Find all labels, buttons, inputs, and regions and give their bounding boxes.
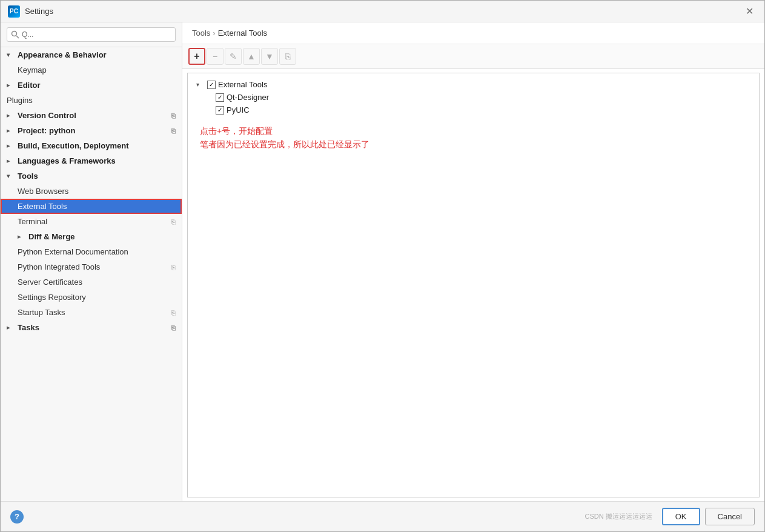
sidebar-item-label: Tasks <box>18 323 39 332</box>
sidebar-item-label: Settings Repository <box>18 293 86 302</box>
sidebar-item-label: Web Browsers <box>18 187 68 196</box>
close-button[interactable]: ✕ <box>742 4 757 18</box>
cancel-button[interactable]: Cancel <box>705 508 755 525</box>
child-checkbox-pyuic[interactable]: ✓ <box>216 106 224 115</box>
breadcrumb-parent: Tools <box>192 28 210 38</box>
ok-button[interactable]: OK <box>662 508 700 525</box>
external-link-icon: ⎘ <box>171 309 176 316</box>
sidebar-item-editor[interactable]: ▸ Editor <box>1 78 182 93</box>
sidebar-item-startup-tasks[interactable]: Startup Tasks ⎘ <box>1 305 182 320</box>
main-content: ▾ Appearance & Behavior Keymap ▸ Editor … <box>1 22 764 501</box>
sidebar-item-label: Languages & Frameworks <box>18 156 116 165</box>
breadcrumb: Tools › External Tools <box>182 22 764 44</box>
breadcrumb-separator: › <box>213 28 215 38</box>
sidebar-item-label: Plugins <box>7 96 33 105</box>
sidebar-item-label: Server Certificates <box>18 278 82 287</box>
chevron-right-icon: ▸ <box>7 112 15 119</box>
sidebar-item-terminal[interactable]: Terminal ⎘ <box>1 214 182 229</box>
sidebar-item-label: External Tools <box>18 202 67 211</box>
chevron-right-icon: ▸ <box>7 127 15 134</box>
sidebar-item-label: Build, Execution, Deployment <box>18 141 128 150</box>
help-button[interactable]: ? <box>10 510 24 524</box>
app-icon: PC <box>8 5 20 18</box>
sidebar-item-label: Python External Documentation <box>18 247 128 256</box>
chevron-right-icon: ▸ <box>7 142 15 149</box>
edit-button[interactable]: ✎ <box>225 48 242 65</box>
dialog-buttons: OK Cancel <box>662 508 755 525</box>
external-link-icon: ⎘ <box>171 324 176 331</box>
sidebar-item-appearance-behavior[interactable]: ▾ Appearance & Behavior <box>1 47 182 62</box>
sidebar-item-plugins[interactable]: Plugins <box>1 93 182 108</box>
sidebar-item-label: Project: python <box>18 126 75 135</box>
sidebar-item-label: Appearance & Behavior <box>18 50 107 59</box>
external-link-icon: ⎘ <box>171 264 176 271</box>
sidebar-item-version-control[interactable]: ▸ Version Control ⎘ <box>1 108 182 123</box>
annotation-line1: 点击+号，开始配置 <box>200 126 747 137</box>
external-link-icon: ⎘ <box>171 112 176 119</box>
sidebar-item-label: Tools <box>18 171 38 181</box>
move-up-button[interactable]: ▲ <box>243 48 260 65</box>
title-bar-left: PC Settings <box>8 5 53 18</box>
title-bar: PC Settings ✕ <box>1 1 764 22</box>
sidebar-item-web-browsers[interactable]: Web Browsers <box>1 184 182 199</box>
chevron-right-icon: ▸ <box>7 158 15 164</box>
child-checkbox-qt[interactable]: ✓ <box>216 93 224 102</box>
toolbar: + − ✎ ▲ ▼ ⎘ <box>182 44 764 69</box>
chevron-right-icon: ▸ <box>7 324 15 331</box>
add-button[interactable]: + <box>188 48 205 65</box>
watermark-text: CSDN 搬运运运运运运 <box>585 512 652 521</box>
sidebar-item-languages-frameworks[interactable]: ▸ Languages & Frameworks <box>1 153 182 168</box>
annotation-line2: 笔者因为已经设置完成，所以此处已经显示了 <box>200 139 747 150</box>
external-link-icon: ⎘ <box>171 127 176 135</box>
breadcrumb-current: External Tools <box>218 28 267 38</box>
sidebar-item-build-execution[interactable]: ▸ Build, Execution, Deployment <box>1 138 182 153</box>
sidebar-item-tasks[interactable]: ▸ Tasks ⎘ <box>1 320 182 335</box>
bottom-bar: ? CSDN 搬运运运运运运 OK Cancel <box>1 501 764 531</box>
move-down-button[interactable]: ▼ <box>261 48 278 65</box>
chevron-down-icon: ▾ <box>7 173 15 179</box>
sidebar-item-external-tools[interactable]: External Tools <box>1 199 182 214</box>
chevron-down-icon: ▾ <box>196 81 205 88</box>
tree-child-label: Qt-Designer <box>227 93 269 102</box>
sidebar: ▾ Appearance & Behavior Keymap ▸ Editor … <box>1 22 182 501</box>
sidebar-item-tools[interactable]: ▾ Tools <box>1 168 182 184</box>
sidebar-item-label: Version Control <box>18 111 76 120</box>
remove-button[interactable]: − <box>207 48 224 65</box>
sidebar-item-label: Editor <box>18 81 41 90</box>
external-link-icon: ⎘ <box>171 218 176 225</box>
search-input[interactable] <box>7 27 176 42</box>
sidebar-item-python-integrated-tools[interactable]: Python Integrated Tools ⎘ <box>1 259 182 274</box>
sidebar-item-project-python[interactable]: ▸ Project: python ⎘ <box>1 123 182 138</box>
content-area: Tools › External Tools + − ✎ ▲ ▼ ⎘ ▾ ✓ E… <box>182 22 764 501</box>
root-checkbox[interactable]: ✓ <box>207 81 216 89</box>
tree-root-item[interactable]: ▾ ✓ External Tools <box>194 78 753 91</box>
sidebar-item-label: Diff & Merge <box>28 232 75 241</box>
sidebar-item-diff-merge[interactable]: ▸ Diff & Merge <box>1 229 182 244</box>
sidebar-item-label: Terminal <box>18 217 47 226</box>
sidebar-item-label: Startup Tasks <box>18 308 65 317</box>
sidebar-item-label: Keymap <box>18 65 47 75</box>
sidebar-item-python-external-doc[interactable]: Python External Documentation <box>1 244 182 259</box>
sidebar-item-server-certificates[interactable]: Server Certificates <box>1 274 182 290</box>
sidebar-item-settings-repository[interactable]: Settings Repository <box>1 290 182 305</box>
chevron-down-icon: ▾ <box>7 52 15 58</box>
sidebar-item-label: Python Integrated Tools <box>18 262 100 271</box>
tree-root-label: External Tools <box>218 80 267 89</box>
tree-child-item-qt-designer[interactable]: ✓ Qt-Designer <box>194 91 753 104</box>
search-box <box>1 22 182 47</box>
copy-button[interactable]: ⎘ <box>279 48 296 65</box>
chevron-right-icon: ▸ <box>18 233 26 240</box>
tree-child-item-pyuic[interactable]: ✓ PyUIC <box>194 104 753 116</box>
tree-area: ▾ ✓ External Tools ✓ Qt-Designer ✓ PyUIC… <box>187 73 760 497</box>
tree-child-label: PyUIC <box>227 105 250 115</box>
chevron-right-icon: ▸ <box>7 82 15 88</box>
sidebar-item-keymap[interactable]: Keymap <box>1 62 182 78</box>
settings-window: PC Settings ✕ ▾ Appearance & Behavior Ke… <box>0 0 765 532</box>
window-title: Settings <box>25 7 53 16</box>
